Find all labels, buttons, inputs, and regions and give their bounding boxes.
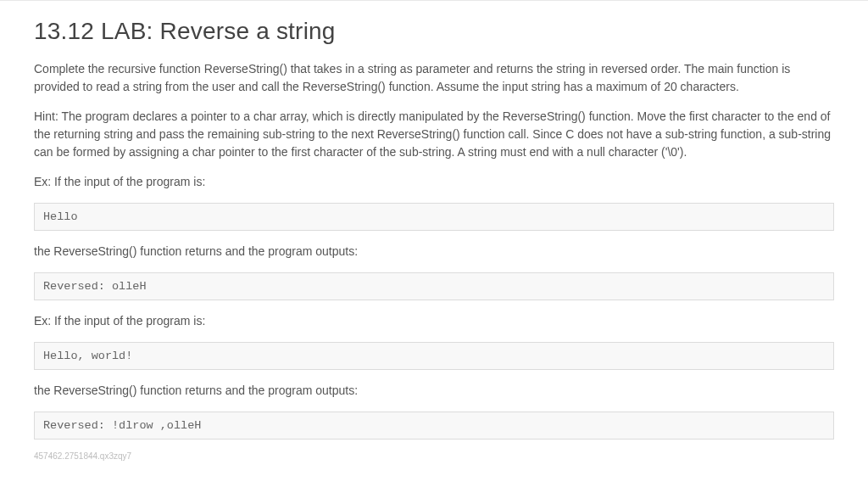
intro-paragraph: Complete the recursive function ReverseS… — [34, 60, 834, 96]
example2-input-code: Hello, world! — [34, 342, 834, 370]
example2-output-code: Reversed: !dlrow ,olleH — [34, 412, 834, 440]
example2-lead: Ex: If the input of the program is: — [34, 312, 834, 330]
example2-returns: the ReverseString() function returns and… — [34, 382, 834, 400]
example1-output-code: Reversed: olleH — [34, 272, 834, 300]
page-title: 13.12 LAB: Reverse a string — [34, 18, 834, 45]
footer-identifier: 457462.2751844.qx3zqy7 — [34, 451, 834, 461]
example1-input-code: Hello — [34, 203, 834, 231]
hint-paragraph: Hint: The program declares a pointer to … — [34, 108, 834, 161]
example1-returns: the ReverseString() function returns and… — [34, 243, 834, 260]
example1-lead: Ex: If the input of the program is: — [34, 173, 834, 191]
lab-page: 13.12 LAB: Reverse a string Complete the… — [0, 0, 868, 461]
